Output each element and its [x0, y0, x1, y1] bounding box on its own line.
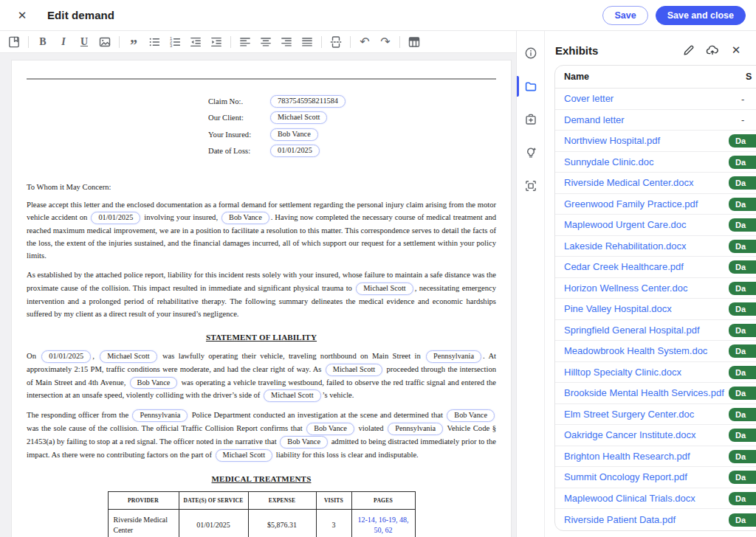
toolbar-italic-button[interactable]: I [54, 33, 73, 51]
exhibits-cloud-upload-button[interactable] [703, 41, 722, 59]
toolbar-bullet-list-button[interactable] [145, 33, 164, 51]
exhibit-status-badge[interactable]: Da [729, 429, 756, 442]
toolbar-outdent-button[interactable] [186, 33, 205, 51]
exhibit-status-badge[interactable]: Da [729, 471, 756, 484]
side-tool-info-button[interactable] [517, 42, 545, 64]
inline-field-pill[interactable]: 01/01/2025 [41, 350, 91, 363]
exhibit-name-link[interactable]: Riverside Medical Center.docx [555, 177, 729, 188]
toolbar-redo-button[interactable]: ↷ [376, 33, 395, 51]
exhibit-name-link[interactable]: Maplewood Urgent Care.doc [555, 219, 729, 230]
exhibit-name-link[interactable]: Sunnydale Clinic.doc [555, 156, 729, 167]
toolbar-bookmark-button[interactable] [4, 33, 24, 51]
exhibit-status-badge[interactable]: Da [729, 260, 756, 274]
claim-field-pill[interactable]: Michael Scott [270, 111, 327, 124]
exhibit-status-badge[interactable]: Da [729, 240, 756, 253]
exhibit-name-link[interactable]: Meadowbrook Health System.doc [555, 345, 729, 356]
inline-field-pill[interactable]: Bob Vance [221, 212, 269, 224]
exhibit-name-link[interactable]: Brighton Health Research.pdf [555, 451, 729, 462]
toolbar-underline-button[interactable]: U [75, 33, 94, 51]
exhibit-name-link[interactable]: Oakridge Cancer Institute.docx [555, 429, 729, 440]
toolbar-align-left-button[interactable] [236, 33, 255, 51]
document-page[interactable]: Claim No:.7837545958211584Our Client:Mic… [12, 60, 511, 537]
exhibit-name-link[interactable]: Hilltop Specialty Clinic.docx [555, 367, 729, 378]
side-tool-exhibits-folder-button[interactable] [517, 75, 545, 97]
exhibit-status: Da [729, 513, 756, 527]
toolbar-align-justify-button[interactable] [298, 33, 317, 51]
inline-field-pill[interactable]: Michael Scott [264, 389, 320, 402]
document-body: To Whom it May Concern:Please accept thi… [27, 183, 496, 537]
medical-table-header: PROVIDER [108, 491, 179, 509]
exhibit-status-badge[interactable]: Da [729, 134, 756, 148]
exhibit-name-link[interactable]: Lakeside Rehabilitation.docx [555, 240, 729, 252]
toolbar-table-button[interactable] [405, 33, 424, 51]
exhibit-status-badge[interactable]: Da [729, 387, 756, 400]
save-and-close-button[interactable]: Save and close [656, 6, 746, 25]
toolbar-bold-button[interactable]: B [33, 33, 52, 51]
side-tool-add-exhibit-button[interactable] [517, 108, 545, 131]
close-editor-icon[interactable]: ✕ [13, 7, 31, 24]
exhibit-name-link[interactable]: Elm Street Surgery Center.doc [555, 409, 729, 420]
exhibit-status-badge[interactable]: Da [729, 198, 756, 211]
inline-field-pill[interactable]: Pennsylvania [132, 409, 188, 422]
inline-field-pill[interactable]: Michael Scott [216, 449, 272, 462]
inline-field-pill[interactable]: Michael Scott [326, 364, 382, 376]
toolbar-blockquote-button[interactable]: ” [124, 33, 143, 51]
exhibit-status-badge[interactable]: Da [729, 156, 756, 169]
exhibit-status-badge[interactable]: Da [729, 492, 756, 505]
inline-field-pill[interactable]: Bob Vance [280, 436, 328, 448]
exhibit-status-badge[interactable]: Da [729, 282, 756, 295]
exhibit-name-link[interactable]: Maplewood Clinical Trials.docx [555, 493, 729, 504]
toolbar-align-center-button[interactable] [256, 33, 275, 51]
toolbar-align-right-button[interactable] [277, 33, 296, 51]
exhibit-status-badge[interactable]: Da [729, 302, 756, 316]
inline-field-pill[interactable]: Bob Vance [306, 423, 354, 435]
claim-field-pill[interactable]: 01/01/2025 [270, 145, 320, 157]
exhibit-status-badge[interactable]: Da [729, 344, 756, 358]
focus-frame-icon [524, 179, 537, 193]
exhibit-status-badge[interactable]: Da [729, 176, 756, 190]
inline-field-pill[interactable]: Michael Scott [100, 350, 157, 363]
inline-field-pill[interactable]: Pennsylvania [426, 350, 481, 363]
exhibit-name-link[interactable]: Brookside Mental Health Services.pdf [555, 387, 729, 398]
exhibit-name-link[interactable]: Demand letter [555, 114, 729, 125]
inline-field-pill[interactable]: Bob Vance [447, 409, 495, 422]
exhibit-status-badge[interactable]: Da [729, 324, 756, 337]
medical-pages-links[interactable]: 12-14, 16-19, 48, 50, 62 [351, 509, 415, 537]
inline-field-pill[interactable]: 01/01/2025 [91, 212, 140, 224]
claim-field-pill[interactable]: Bob Vance [270, 128, 318, 141]
save-button[interactable]: Save [602, 6, 647, 25]
inline-field-pill[interactable]: Bob Vance [130, 377, 178, 389]
exhibits-title: Exhibits [555, 44, 675, 57]
claim-field-pill[interactable]: 7837545958211584 [270, 95, 346, 108]
exhibit-name-link[interactable]: Northview Hospital.pdf [555, 135, 729, 146]
exhibit-name-link[interactable]: Horizon Wellness Center.doc [555, 283, 729, 294]
exhibit-status: Da [729, 365, 756, 379]
toolbar-undo-button[interactable]: ↶ [355, 33, 374, 51]
exhibits-edit-pencil-button[interactable] [679, 41, 698, 59]
toolbar-indent-button[interactable] [207, 33, 226, 51]
exhibit-status-badge[interactable]: Da [729, 450, 756, 463]
side-tool-suggestions-bulb-button[interactable] [517, 142, 545, 164]
exhibit-name-link[interactable]: Pine Valley Hospital.docx [555, 303, 729, 314]
outdent-icon [189, 35, 202, 49]
exhibit-name-link[interactable]: Cover letter [555, 93, 729, 104]
exhibit-name-link[interactable]: Greenwood Family Practice.pdf [555, 198, 729, 209]
exhibit-name-link[interactable]: Summit Oncology Report.pdf [555, 471, 729, 482]
add-exhibit-icon [524, 113, 537, 126]
exhibit-status-badge[interactable]: Da [729, 408, 756, 421]
inline-field-pill[interactable]: Michael Scott [356, 283, 413, 295]
bookmark-icon [7, 35, 21, 49]
exhibit-status: Da [729, 470, 756, 484]
exhibit-name-link[interactable]: Cedar Creek Healthcare.pdf [555, 261, 729, 272]
exhibit-status-badge[interactable]: Da [729, 218, 756, 232]
side-tool-focus-frame-button[interactable] [517, 175, 545, 197]
toolbar-page-break-button[interactable] [326, 33, 346, 51]
toolbar-image-button[interactable] [95, 33, 114, 51]
exhibits-close-button[interactable]: ✕ [726, 41, 746, 59]
inline-field-pill[interactable]: Pennsylvania [388, 423, 443, 435]
exhibit-status-badge[interactable]: Da [729, 366, 756, 379]
exhibit-name-link[interactable]: Springfield General Hospital.pdf [555, 325, 729, 336]
toolbar-ordered-list-button[interactable]: 123 [165, 33, 185, 51]
exhibit-name-link[interactable]: Riverside Patient Data.pdf [555, 514, 729, 525]
exhibit-status-badge[interactable]: Da [729, 513, 756, 527]
